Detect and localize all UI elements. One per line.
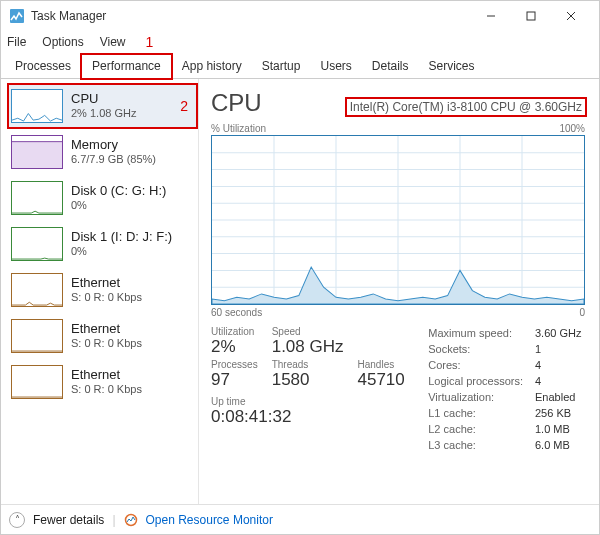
stat-speed-label: Speed bbox=[272, 326, 344, 337]
sidebar-item-disk1[interactable]: Disk 1 (I: D: J: F:) 0% bbox=[7, 221, 198, 267]
stat-utilization-label: Utilization bbox=[211, 326, 258, 337]
app-icon bbox=[9, 8, 25, 24]
chevron-up-icon[interactable]: ˄ bbox=[9, 512, 25, 528]
sidebar-item-label: CPU bbox=[71, 91, 136, 107]
ethernet-thumb bbox=[11, 319, 63, 353]
annotation-1: 1 bbox=[146, 34, 154, 50]
fact-label: Maximum speed: bbox=[428, 326, 512, 342]
sidebar-item-ethernet[interactable]: Ethernet S: 0 R: 0 Kbps bbox=[7, 313, 198, 359]
cpu-thumb bbox=[11, 89, 63, 123]
stat-threads-label: Threads bbox=[272, 359, 344, 370]
fact-label: Sockets: bbox=[428, 342, 470, 358]
stat-speed-value: 1.08 GHz bbox=[272, 337, 344, 357]
graph-y-label: % Utilization bbox=[211, 123, 266, 134]
minimize-button[interactable] bbox=[471, 1, 511, 31]
footer: ˄ Fewer details | Open Resource Monitor bbox=[1, 504, 599, 534]
fact-value: 6.0 MB bbox=[535, 438, 585, 454]
content: CPU 2% 1.08 GHz 2 Memory 6.7/7.9 GB (85%… bbox=[1, 79, 599, 504]
sidebar-item-sub: S: 0 R: 0 Kbps bbox=[71, 337, 142, 351]
tab-services[interactable]: Services bbox=[419, 55, 485, 78]
sidebar-item-ethernet[interactable]: Ethernet S: 0 R: 0 Kbps bbox=[7, 267, 198, 313]
fact-value: 4 bbox=[535, 358, 585, 374]
fewer-details-link[interactable]: Fewer details bbox=[33, 513, 104, 527]
sidebar-item-sub: 0% bbox=[71, 245, 172, 259]
stat-utilization-value: 2% bbox=[211, 337, 258, 357]
menu-bar: File Options View 1 bbox=[1, 31, 599, 53]
fact-label: L2 cache: bbox=[428, 422, 476, 438]
tab-bar: Processes Performance App history Startu… bbox=[1, 53, 599, 79]
fact-value: 256 KB bbox=[535, 406, 585, 422]
cpu-facts: Maximum speed:3.60 GHz Sockets:1 Cores:4… bbox=[428, 326, 585, 454]
page-title: CPU bbox=[211, 89, 262, 117]
menu-file[interactable]: File bbox=[7, 35, 26, 49]
sidebar-item-label: Disk 1 (I: D: J: F:) bbox=[71, 229, 172, 245]
tab-users[interactable]: Users bbox=[310, 55, 361, 78]
stat-handles-label: Handles bbox=[358, 359, 405, 370]
fact-label: Virtualization: bbox=[428, 390, 494, 406]
annotation-2: 2 bbox=[180, 98, 188, 114]
sidebar-item-memory[interactable]: Memory 6.7/7.9 GB (85%) bbox=[7, 129, 198, 175]
main-panel: CPU Intel(R) Core(TM) i3-8100 CPU @ 3.60… bbox=[199, 79, 599, 504]
sidebar-item-sub: 0% bbox=[71, 199, 166, 213]
fact-value: Enabled bbox=[535, 390, 585, 406]
sidebar-item-label: Ethernet bbox=[71, 367, 142, 383]
fact-label: Cores: bbox=[428, 358, 460, 374]
graph-y-max: 100% bbox=[559, 123, 585, 134]
ethernet-thumb bbox=[11, 365, 63, 399]
titlebar: Task Manager bbox=[1, 1, 599, 31]
cpu-model-name: Intel(R) Core(TM) i3-8100 CPU @ 3.60GHz bbox=[347, 99, 585, 115]
sidebar-item-sub: 6.7/7.9 GB (85%) bbox=[71, 153, 156, 167]
sidebar-item-label: Memory bbox=[71, 137, 156, 153]
resource-monitor-icon bbox=[124, 513, 138, 527]
fact-value: 1 bbox=[535, 342, 585, 358]
utilization-graph[interactable] bbox=[211, 135, 585, 305]
sidebar-item-label: Ethernet bbox=[71, 321, 142, 337]
graph-x-left: 60 seconds bbox=[211, 307, 262, 318]
ethernet-thumb bbox=[11, 273, 63, 307]
sidebar-item-cpu[interactable]: CPU 2% 1.08 GHz 2 bbox=[7, 83, 198, 129]
sidebar-item-ethernet[interactable]: Ethernet S: 0 R: 0 Kbps bbox=[7, 359, 198, 405]
maximize-button[interactable] bbox=[511, 1, 551, 31]
tab-processes[interactable]: Processes bbox=[5, 55, 81, 78]
disk-thumb bbox=[11, 181, 63, 215]
memory-thumb bbox=[11, 135, 63, 169]
stat-handles-value: 45710 bbox=[358, 370, 405, 390]
sidebar-item-sub: S: 0 R: 0 Kbps bbox=[71, 291, 142, 305]
stat-processes-value: 97 bbox=[211, 370, 258, 390]
fact-value: 4 bbox=[535, 374, 585, 390]
tab-details[interactable]: Details bbox=[362, 55, 419, 78]
sidebar-item-label: Disk 0 (C: G: H:) bbox=[71, 183, 166, 199]
menu-options[interactable]: Options bbox=[42, 35, 83, 49]
svg-rect-2 bbox=[527, 12, 535, 20]
fact-label: L1 cache: bbox=[428, 406, 476, 422]
menu-view[interactable]: View bbox=[100, 35, 126, 49]
svg-rect-5 bbox=[12, 142, 62, 168]
graph-x-right: 0 bbox=[579, 307, 585, 318]
sidebar-item-disk0[interactable]: Disk 0 (C: G: H:) 0% bbox=[7, 175, 198, 221]
tab-performance[interactable]: Performance bbox=[81, 54, 172, 79]
tab-app-history[interactable]: App history bbox=[172, 55, 252, 78]
fact-label: L3 cache: bbox=[428, 438, 476, 454]
stat-uptime-value: 0:08:41:32 bbox=[211, 407, 405, 427]
stat-processes-label: Processes bbox=[211, 359, 258, 370]
fact-label: Logical processors: bbox=[428, 374, 523, 390]
task-manager-window: Task Manager File Options View 1 Process… bbox=[0, 0, 600, 535]
sidebar[interactable]: CPU 2% 1.08 GHz 2 Memory 6.7/7.9 GB (85%… bbox=[1, 79, 199, 504]
tab-startup[interactable]: Startup bbox=[252, 55, 311, 78]
stat-uptime-label: Up time bbox=[211, 396, 405, 407]
disk-thumb bbox=[11, 227, 63, 261]
close-button[interactable] bbox=[551, 1, 591, 31]
fact-value: 1.0 MB bbox=[535, 422, 585, 438]
open-resource-monitor-link[interactable]: Open Resource Monitor bbox=[146, 513, 273, 527]
fact-value: 3.60 GHz bbox=[535, 326, 585, 342]
window-title: Task Manager bbox=[31, 9, 106, 23]
sidebar-item-label: Ethernet bbox=[71, 275, 142, 291]
sidebar-item-sub: S: 0 R: 0 Kbps bbox=[71, 383, 142, 397]
sidebar-item-sub: 2% 1.08 GHz bbox=[71, 107, 136, 121]
stat-threads-value: 1580 bbox=[272, 370, 344, 390]
